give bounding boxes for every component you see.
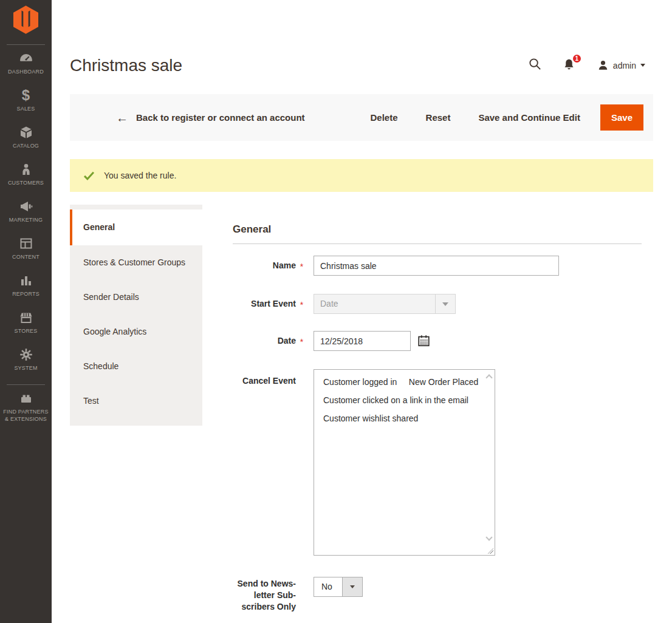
toolbar-right-group: Delete Reset Save and Continue Edit Save (371, 104, 643, 131)
start-event-row: Start Event * Date (233, 294, 642, 316)
back-arrow-icon: ← (116, 112, 128, 123)
success-message-text: You saved the rule. (104, 171, 176, 180)
cancel-event-row: Cancel Event Customer logged in New Orde… (233, 369, 642, 556)
calendar-icon (417, 334, 431, 347)
date-label: Date (233, 331, 296, 353)
sidebar: DASHBOARD $ SALES CATALOG CUSTOMERS (0, 0, 52, 623)
chevron-down-icon (640, 64, 645, 67)
date-input[interactable] (314, 331, 411, 351)
sidebar-item-marketing[interactable]: MARKETING (0, 197, 52, 234)
sidebar-item-label: MARKETING (7, 216, 44, 223)
select-arrow-button[interactable] (342, 577, 362, 596)
sidebar-item-label: CUSTOMERS (6, 179, 46, 186)
required-asterisk: * (296, 331, 307, 353)
sidebar-item-label: SALES (15, 105, 36, 112)
checkmark-icon (83, 169, 95, 182)
select-arrow-button[interactable] (435, 294, 455, 313)
tab-test[interactable]: Test (70, 384, 202, 418)
search-icon[interactable] (528, 57, 542, 73)
reports-chart-icon (19, 273, 33, 288)
resize-grip-icon[interactable] (488, 548, 493, 554)
notifications-button[interactable]: 1 (563, 58, 575, 73)
triangle-down-icon (350, 585, 355, 588)
multiselect-option[interactable]: Customer clicked on a link in the email (314, 395, 468, 405)
date-row: Date * (233, 331, 642, 353)
sidebar-item-stores[interactable]: STORES (0, 308, 52, 345)
sidebar-item-content[interactable]: CONTENT (0, 234, 52, 271)
start-event-select[interactable]: Date (314, 294, 456, 314)
triangle-down-icon (442, 302, 448, 306)
magento-logo-icon (13, 5, 38, 34)
general-form: General Name * Start Event * Date (233, 219, 642, 244)
newsletter-select[interactable]: No (314, 577, 363, 597)
multiselect-option[interactable]: Customer wishlist shared (314, 414, 418, 423)
sidebar-item-label: FIND PARTNERS & EXTENSIONS (0, 408, 52, 423)
name-input[interactable] (314, 256, 559, 276)
sidebar-item-label: CATALOG (11, 142, 41, 149)
user-icon (597, 60, 609, 71)
content-layout-icon (19, 236, 33, 251)
system-gear-icon (19, 347, 33, 362)
sidebar-item-find-partners[interactable]: FIND PARTNERS & EXTENSIONS (0, 389, 52, 432)
stores-shop-icon (19, 310, 33, 325)
sidebar-item-label: CONTENT (10, 253, 41, 260)
reset-button[interactable]: Reset (426, 112, 451, 123)
sales-dollar-icon: $ (22, 88, 30, 103)
tab-google-analytics[interactable]: Google Analytics (70, 315, 202, 349)
page-title: Christmas sale (70, 56, 182, 75)
delete-button[interactable]: Delete (371, 112, 398, 123)
back-button-label: Back to register or connect an account (136, 112, 305, 123)
sidebar-item-system[interactable]: SYSTEM (0, 345, 52, 382)
sidebar-item-label: DASHBOARD (6, 68, 46, 75)
sidebar-item-customers[interactable]: CUSTOMERS (0, 160, 52, 197)
required-asterisk: * (296, 256, 307, 277)
newsletter-select-value: No (321, 582, 332, 591)
partners-brick-icon (19, 391, 33, 406)
sidebar-item-label: SYSTEM (12, 364, 39, 372)
save-and-continue-button[interactable]: Save and Continue Edit (478, 112, 580, 123)
newsletter-row: Send to News- letter Sub- scribers Only … (233, 577, 642, 613)
name-label: Name (233, 256, 296, 277)
multiselect-option[interactable]: New Order Placed (400, 377, 478, 387)
cancel-event-multiselect[interactable]: Customer logged in New Order Placed Cust… (314, 369, 495, 556)
success-message: You saved the rule. (70, 159, 653, 192)
sidebar-item-sales[interactable]: $ SALES (0, 86, 52, 123)
form-tabs: General Stores & Customer Groups Sender … (70, 205, 202, 426)
scroll-up-icon[interactable] (485, 374, 492, 381)
sidebar-item-label: STORES (12, 327, 39, 335)
catalog-box-icon (19, 125, 33, 140)
scroll-down-icon[interactable] (485, 534, 492, 540)
marketing-megaphone-icon (19, 199, 33, 214)
tab-general[interactable]: General (70, 209, 202, 245)
start-event-label: Start Event (233, 294, 296, 316)
tab-stores-customer-groups[interactable]: Stores & Customer Groups (70, 245, 202, 280)
magento-admin-page: DASHBOARD $ SALES CATALOG CUSTOMERS (0, 0, 672, 623)
page-actions-toolbar: ← Back to register or connect an account… (70, 94, 653, 141)
calendar-button[interactable] (417, 334, 431, 349)
multiselect-option[interactable]: Customer logged in (314, 377, 397, 387)
sidebar-divider (7, 44, 45, 45)
newsletter-label: Send to News- letter Sub- scribers Only (233, 577, 296, 613)
sidebar-item-label: REPORTS (10, 290, 41, 298)
section-title: General (233, 223, 642, 244)
dashboard-gauge-icon (18, 51, 34, 66)
sidebar-divider (7, 384, 45, 385)
tab-schedule[interactable]: Schedule (70, 349, 202, 384)
header-actions: 1 admin (528, 57, 645, 73)
cancel-event-label: Cancel Event (233, 369, 296, 556)
admin-user-name: admin (613, 61, 636, 70)
magento-logo[interactable] (0, 0, 52, 36)
sidebar-item-dashboard[interactable]: DASHBOARD (0, 49, 52, 86)
notification-badge: 1 (572, 53, 582, 64)
sidebar-item-catalog[interactable]: CATALOG (0, 123, 52, 160)
start-event-value: Date (320, 299, 338, 308)
sidebar-item-reports[interactable]: REPORTS (0, 271, 52, 308)
save-button[interactable]: Save (600, 104, 643, 131)
back-button[interactable]: ← Back to register or connect an account (116, 112, 305, 123)
admin-user-menu[interactable]: admin (597, 60, 645, 71)
required-asterisk: * (296, 294, 307, 316)
name-row: Name * (233, 256, 642, 277)
customers-person-icon (19, 162, 33, 177)
tab-sender-details[interactable]: Sender Details (70, 280, 202, 315)
